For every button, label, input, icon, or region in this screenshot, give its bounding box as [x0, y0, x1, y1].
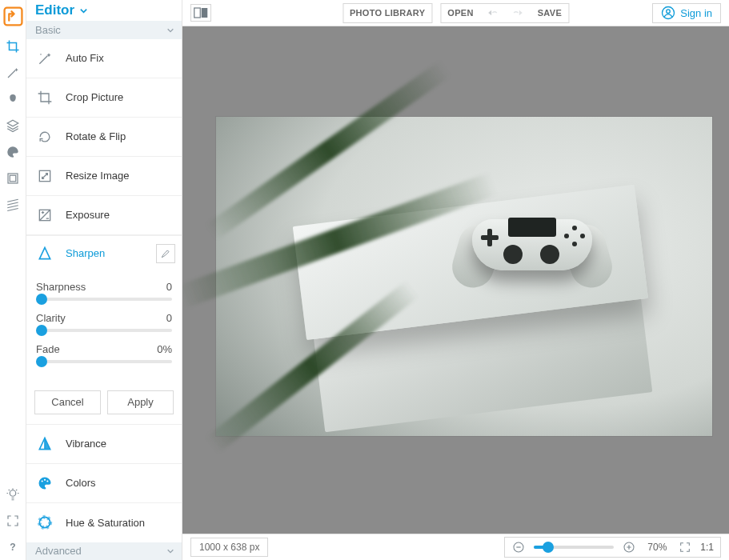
redo-icon[interactable]: [512, 6, 525, 19]
menu-label: Hue & Saturation: [66, 517, 145, 529]
magic-tool-icon[interactable]: [0, 59, 26, 86]
zoom-in-icon: [623, 541, 635, 554]
sharpen-panel: Sharpen Sharpness 0 Clarity 0: [26, 235, 182, 425]
menu-sharpen[interactable]: Sharpen: [26, 236, 182, 271]
menu-hue-saturation[interactable]: Hue & Saturation: [26, 503, 182, 542]
compare-toggle-button[interactable]: [190, 4, 211, 22]
exposure-icon: [36, 207, 54, 223]
zoom-in-button[interactable]: [622, 540, 636, 554]
slider-track[interactable]: [36, 329, 172, 332]
chevron-down-icon: [79, 6, 88, 15]
basic-menu: Auto Fix Crop Picture Rotate & Flip Resi…: [26, 39, 182, 542]
menu-auto-fix[interactable]: Auto Fix: [26, 39, 182, 78]
svg-rect-2: [10, 175, 16, 182]
file-actions-group: OPEN SAVE: [440, 3, 569, 23]
app-logo-icon: [3, 6, 23, 26]
tool-rail: ?: [0, 0, 26, 560]
fullscreen-toggle-icon[interactable]: [0, 507, 26, 534]
open-button[interactable]: OPEN: [447, 8, 473, 18]
chevron-down-icon: [166, 547, 174, 555]
texture-tool-icon[interactable]: [0, 191, 26, 218]
menu-label: Exposure: [66, 209, 110, 221]
slider-sharpness: Sharpness 0: [36, 281, 172, 301]
image-dimensions: 1000 x 638 px: [190, 538, 268, 557]
lightbulb-tips-icon[interactable]: [0, 481, 26, 507]
group-basic-label: Basic: [35, 24, 61, 36]
slider-thumb[interactable]: [36, 325, 47, 336]
group-basic[interactable]: Basic: [26, 21, 182, 38]
zoom-slider-thumb[interactable]: [543, 542, 554, 553]
dimensions-text: 1000 x 638 px: [199, 542, 259, 553]
status-bar: 1000 x 638 px 70% 1:1: [182, 534, 729, 560]
cancel-button[interactable]: Cancel: [34, 390, 101, 414]
sign-in-label: Sign in: [680, 7, 712, 19]
slider-track[interactable]: [36, 298, 172, 301]
palette-icon: [36, 475, 54, 491]
menu-label: Crop Picture: [66, 91, 123, 103]
crop-tool-icon[interactable]: [0, 33, 26, 59]
canvas[interactable]: [182, 26, 729, 534]
svg-rect-13: [194, 8, 201, 18]
menu-crop[interactable]: Crop Picture: [26, 78, 182, 118]
crop-icon: [36, 90, 54, 106]
slider-thumb[interactable]: [36, 294, 47, 305]
menu-vibrance[interactable]: Vibrance: [26, 425, 182, 464]
mode-label: Editor: [35, 2, 74, 18]
apply-button[interactable]: Apply: [107, 390, 174, 414]
main-area: PHOTO LIBRARY OPEN SAVE Sign in: [182, 0, 729, 560]
palette-tool-icon[interactable]: [0, 138, 26, 165]
chevron-down-icon: [166, 26, 174, 34]
slider-label: Fade: [36, 343, 60, 355]
menu-colors[interactable]: Colors: [26, 464, 182, 503]
undo-icon[interactable]: [487, 6, 499, 19]
slider-thumb[interactable]: [36, 356, 47, 367]
layers-tool-icon[interactable]: [0, 112, 26, 138]
resize-icon: [36, 168, 54, 184]
sign-in-button[interactable]: Sign in: [652, 3, 721, 23]
topbar: PHOTO LIBRARY OPEN SAVE Sign in: [182, 0, 729, 26]
portrait-tool-icon[interactable]: [0, 86, 26, 112]
menu-rotate-flip[interactable]: Rotate & Flip: [26, 118, 182, 157]
slider-value: 0%: [157, 343, 172, 355]
sidebar: Editor Basic Auto Fix Crop Picture Rotat…: [26, 0, 182, 560]
menu-label: Auto Fix: [66, 52, 104, 64]
zoom-out-icon: [512, 541, 525, 554]
save-button[interactable]: SAVE: [538, 8, 562, 18]
slider-track[interactable]: [36, 360, 172, 363]
zoom-controls: 70% 1:1: [504, 537, 721, 558]
zoom-out-button[interactable]: [511, 540, 526, 554]
group-advanced[interactable]: Advanced: [26, 542, 182, 560]
menu-label: Colors: [66, 477, 96, 489]
zoom-1to1-button[interactable]: 1:1: [700, 542, 714, 553]
svg-rect-0: [4, 8, 22, 26]
brush-mode-button[interactable]: [156, 244, 175, 263]
photo-library-button[interactable]: PHOTO LIBRARY: [342, 3, 432, 23]
svg-point-5: [40, 54, 42, 55]
fit-screen-button[interactable]: [678, 540, 692, 554]
svg-point-3: [10, 490, 16, 496]
svg-rect-14: [202, 8, 208, 18]
compare-icon: [194, 7, 208, 18]
help-icon[interactable]: ?: [0, 534, 26, 560]
menu-resize[interactable]: Resize Image: [26, 157, 182, 196]
zoom-slider[interactable]: [534, 546, 614, 549]
slider-label: Sharpness: [36, 281, 86, 293]
menu-label: Sharpen: [66, 247, 105, 259]
mode-switcher[interactable]: Editor: [26, 0, 182, 21]
slider-clarity: Clarity 0: [36, 312, 172, 332]
button-label: Apply: [127, 396, 154, 408]
svg-point-16: [667, 10, 671, 14]
wand-icon: [36, 50, 54, 66]
button-label: PHOTO LIBRARY: [350, 8, 425, 18]
group-advanced-label: Advanced: [35, 545, 82, 557]
menu-label: Vibrance: [66, 438, 106, 450]
slider-value: 0: [166, 281, 172, 293]
svg-point-9: [44, 478, 46, 480]
menu-exposure[interactable]: Exposure: [26, 196, 182, 235]
menu-label: Resize Image: [66, 170, 129, 182]
vibrance-icon: [36, 436, 54, 452]
slider-value: 0: [166, 312, 172, 324]
menu-label: Rotate & Flip: [66, 130, 126, 142]
svg-point-10: [46, 480, 48, 482]
frame-tool-icon[interactable]: [0, 165, 26, 191]
